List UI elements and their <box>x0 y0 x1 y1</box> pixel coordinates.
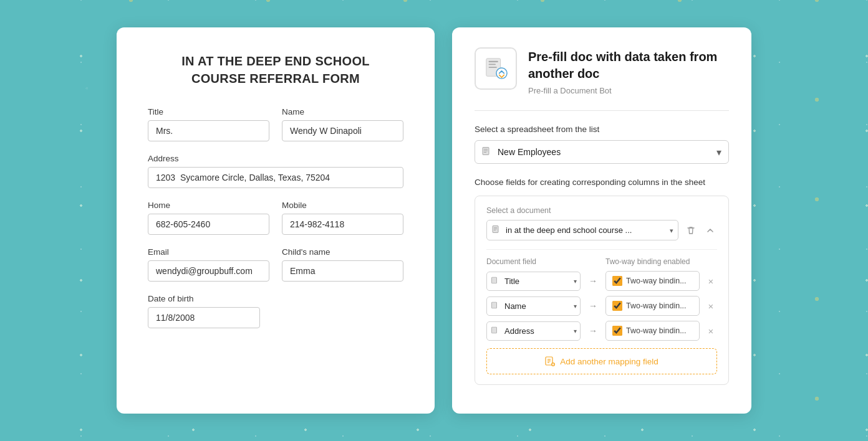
prefill-bot-icon <box>484 57 508 80</box>
spreadsheet-select[interactable]: New Employees <box>475 140 729 164</box>
title-name-row: Title Name <box>148 107 403 141</box>
title-field-dropdown[interactable]: Title <box>486 272 581 291</box>
bot-header: Pre-fill doc with data taken from anothe… <box>475 47 729 95</box>
bot-title-group: Pre-fill doc with data taken from anothe… <box>528 47 729 95</box>
name-label: Name <box>282 107 403 116</box>
doc-select-box: in at the deep end school course ... ▾ <box>486 220 678 240</box>
child-name-label: Child's name <box>282 247 403 257</box>
title-input[interactable] <box>148 120 269 141</box>
field-headers: Document field Two-way binding enabled <box>486 257 717 266</box>
columns-label: Choose fields for creating corresponding… <box>475 178 729 187</box>
svg-rect-3 <box>489 67 497 68</box>
twoway-binding-3: Two-way bindin... <box>605 321 700 341</box>
form-card: IN AT THE DEEP END SCHOOL COURSE REFERRA… <box>117 27 435 414</box>
doc-collapse-button[interactable] <box>703 224 717 237</box>
dob-row: Date of birth <box>148 294 403 328</box>
title-label: Title <box>148 107 269 116</box>
name-field-dropdown[interactable]: Name <box>486 296 581 316</box>
home-input[interactable] <box>148 214 269 235</box>
child-name-group: Child's name <box>282 247 403 282</box>
twoway-checkbox-3[interactable] <box>612 326 622 336</box>
mapping-row-title: Title ▾ → Two-way bindin... × <box>486 271 717 291</box>
twoway-label-1: Two-way bindin... <box>626 277 687 285</box>
title-group: Title <box>148 107 269 141</box>
svg-rect-2 <box>489 64 496 65</box>
doc-document-select[interactable]: in at the deep end school course ... <box>486 220 678 240</box>
name-group: Name <box>282 107 403 141</box>
mapping-row-name: Name ▾ → Two-way bindin... × <box>486 296 717 316</box>
address-input[interactable] <box>148 167 403 188</box>
doc-delete-button[interactable] <box>683 223 698 238</box>
spreadsheet-label: Select a spreadsheet from the list <box>475 125 729 134</box>
arrow-icon-1: → <box>586 276 600 286</box>
child-name-input[interactable] <box>282 260 403 282</box>
email-child-row: Email Child's name <box>148 247 403 282</box>
home-label: Home <box>148 201 269 210</box>
doc-select-label: Select a document <box>486 206 717 215</box>
arrow-icon-2: → <box>586 301 600 311</box>
arrow-icon-3: → <box>586 326 600 336</box>
add-mapping-icon <box>545 356 555 366</box>
chevron-up-icon <box>706 226 715 235</box>
remove-mapping-3-button[interactable]: × <box>705 325 717 338</box>
name-input[interactable] <box>282 120 403 141</box>
two-way-header: Two-way binding enabled <box>605 257 700 266</box>
twoway-label-3: Two-way bindin... <box>626 326 687 335</box>
mapping-container: Select a document in at the deep end sch… <box>475 196 729 385</box>
twoway-binding-1: Two-way bindin... <box>605 271 700 291</box>
svg-rect-1 <box>489 61 498 62</box>
address-field-select: Address ▾ <box>486 321 581 341</box>
address-row: Address <box>148 154 403 188</box>
doc-select-inline: in at the deep end school course ... ▾ <box>486 220 717 240</box>
remove-mapping-1-button[interactable]: × <box>705 275 717 288</box>
add-mapping-label: Add another mapping field <box>560 357 658 366</box>
address-field-dropdown[interactable]: Address <box>486 321 581 341</box>
trash-icon <box>686 225 696 235</box>
dob-label: Date of birth <box>148 294 403 303</box>
add-mapping-button[interactable]: Add another mapping field <box>486 348 717 374</box>
doc-field-header: Document field <box>486 257 581 266</box>
title-field-select: Title ▾ <box>486 272 581 291</box>
name-field-select: Name ▾ <box>486 296 581 316</box>
email-group: Email <box>148 247 269 282</box>
bot-title: Pre-fill doc with data taken from anothe… <box>528 49 729 82</box>
sub-divider-1 <box>486 249 717 250</box>
email-label: Email <box>148 247 269 257</box>
remove-mapping-2-button[interactable]: × <box>705 300 717 313</box>
address-label: Address <box>148 154 403 163</box>
mapping-row-address: Address ▾ → Two-way bindin... × <box>486 321 717 341</box>
mobile-label: Mobile <box>282 201 403 210</box>
mobile-input[interactable] <box>282 214 403 235</box>
twoway-checkbox-1[interactable] <box>612 276 622 286</box>
address-group: Address <box>148 154 403 188</box>
spreadsheet-select-wrapper: New Employees ▾ <box>475 140 729 164</box>
form-title: IN AT THE DEEP END SCHOOL COURSE REFERRA… <box>148 52 403 87</box>
doc-select-row: Select a document in at the deep end sch… <box>486 206 717 240</box>
header-divider <box>475 110 729 111</box>
twoway-binding-2: Two-way bindin... <box>605 296 700 316</box>
dob-input[interactable] <box>148 307 260 328</box>
twoway-label-2: Two-way bindin... <box>626 301 687 310</box>
mobile-group: Mobile <box>282 201 403 235</box>
bot-card: Pre-fill doc with data taken from anothe… <box>452 27 751 414</box>
bot-subtitle: Pre-fill a Document Bot <box>528 86 729 95</box>
home-group: Home <box>148 201 269 235</box>
bot-icon-container <box>475 47 517 90</box>
dob-group: Date of birth <box>148 294 403 328</box>
email-input[interactable] <box>148 260 269 282</box>
home-mobile-row: Home Mobile <box>148 201 403 235</box>
twoway-checkbox-2[interactable] <box>612 301 622 311</box>
